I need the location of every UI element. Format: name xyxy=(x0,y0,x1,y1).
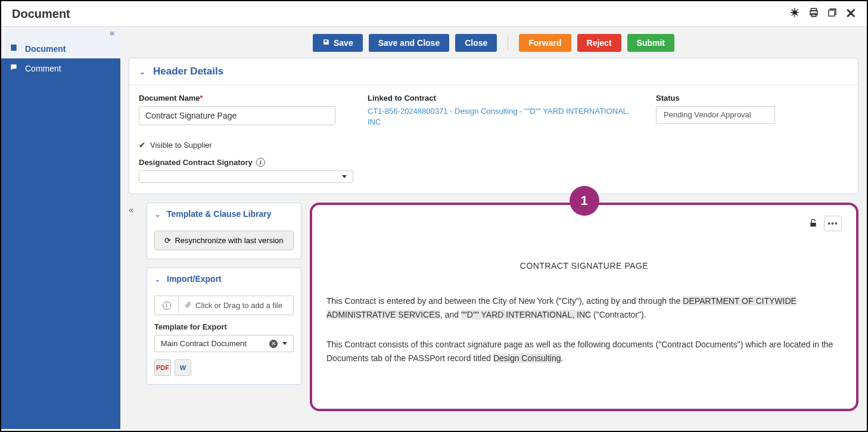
import-export-toggle[interactable]: ⌄ Import/Export xyxy=(147,268,301,290)
action-bar: Save Save and Close Close Forward Reject… xyxy=(120,27,867,58)
forward-button[interactable]: Forward xyxy=(519,34,571,52)
svg-rect-12 xyxy=(829,10,835,16)
export-word-button[interactable]: W xyxy=(175,359,191,376)
clear-icon[interactable]: ✕ xyxy=(269,340,278,348)
chevron-down-icon: ⌄ xyxy=(139,67,146,76)
info-icon: i xyxy=(155,296,179,315)
save-and-close-button[interactable]: Save and Close xyxy=(369,34,450,52)
status-label: Status xyxy=(656,94,787,102)
template-library-panel: ⌄ Template & Clause Library ⟳ Resynchron… xyxy=(147,203,301,259)
panel-title: Header Details xyxy=(153,66,223,77)
separator xyxy=(508,36,508,50)
sidebar-item-comment[interactable]: Comment xyxy=(1,58,120,78)
sidebar-item-label: Comment xyxy=(25,64,61,73)
document-paragraph-2: This Contract consists of this contract … xyxy=(326,338,842,365)
info-icon[interactable]: i xyxy=(256,158,265,167)
more-options-button[interactable]: ••• xyxy=(824,216,842,231)
bug-icon[interactable] xyxy=(789,7,800,21)
document-title: CONTRACT SIGNATURE PAGE xyxy=(326,261,842,271)
designated-signatory-dropdown[interactable] xyxy=(139,170,353,183)
submit-button[interactable]: Submit xyxy=(627,34,674,52)
designated-signatory-label: Designated Contract Signatory i xyxy=(139,158,848,167)
doc-name-label: Document Name* xyxy=(139,94,353,102)
svg-point-0 xyxy=(792,10,797,15)
sidebar-collapse[interactable]: « xyxy=(1,27,120,39)
svg-line-8 xyxy=(797,9,798,10)
unlock-icon[interactable] xyxy=(808,219,818,228)
paperclip-icon xyxy=(185,301,192,310)
document-paragraph-1: This Contract is entered by and between … xyxy=(326,294,842,321)
save-button[interactable]: Save xyxy=(313,34,363,52)
content-area: Save Save and Close Close Forward Reject… xyxy=(120,27,867,429)
maximize-icon[interactable] xyxy=(827,8,837,20)
word-icon: W xyxy=(180,364,186,371)
export-pdf-button[interactable]: PDF xyxy=(154,359,171,376)
doc-name-input[interactable] xyxy=(139,106,335,125)
svg-line-5 xyxy=(792,9,793,10)
template-export-dropdown[interactable]: Main Contract Document ✕ xyxy=(154,335,294,352)
refresh-icon: ⟳ xyxy=(164,236,171,245)
chevron-down-icon xyxy=(282,342,287,345)
template-library-toggle[interactable]: ⌄ Template & Clause Library xyxy=(147,203,301,225)
status-value: Pending Vendor Approval xyxy=(656,106,775,124)
import-export-panel: ⌄ Import/Export i Click or Drag to xyxy=(147,268,301,385)
page-title: Document xyxy=(12,7,70,21)
linked-contract-label: Linked to Contract xyxy=(368,94,642,102)
left-column-collapse[interactable]: « xyxy=(129,203,138,411)
file-dropzone[interactable]: i Click or Drag to add a file xyxy=(154,296,294,315)
topbar: Document ✕ xyxy=(1,1,867,27)
pdf-icon: PDF xyxy=(156,364,169,371)
resynchronize-button[interactable]: ⟳ Resynchronize with last version xyxy=(154,231,294,250)
save-icon xyxy=(322,38,330,48)
header-details-toggle[interactable]: ⌄ Header Details xyxy=(129,58,858,85)
close-button[interactable]: Close xyxy=(455,34,497,52)
close-icon[interactable]: ✕ xyxy=(845,6,856,21)
sidebar-item-label: Document xyxy=(25,44,66,54)
document-icon xyxy=(10,43,19,54)
annotation-badge-1: 1 xyxy=(570,186,599,216)
visible-to-supplier-checkbox[interactable]: ✔ Visible to Supplier xyxy=(139,141,848,150)
reject-button[interactable]: Reject xyxy=(577,34,621,52)
linked-contract-link[interactable]: CT1-856-20248800371 - Design Consulting … xyxy=(368,106,630,128)
svg-rect-13 xyxy=(11,45,16,51)
topbar-icons: ✕ xyxy=(789,6,856,21)
comment-icon xyxy=(10,63,19,73)
chevron-down-icon: ⌄ xyxy=(154,275,161,284)
document-preview: ••• CONTRACT SIGNATURE PAGE This Contrac… xyxy=(310,203,858,411)
svg-line-6 xyxy=(797,14,798,15)
template-export-label: Template for Export xyxy=(154,322,294,331)
sidebar: « Document Comment xyxy=(1,27,120,429)
document-preview-wrapper: 1 ••• CONTRACT SIGNATURE PAGE This Contr… xyxy=(310,203,858,411)
print-icon[interactable] xyxy=(808,7,819,21)
header-details-panel: ⌄ Header Details Document Name* Linked t… xyxy=(129,58,858,194)
check-icon: ✔ xyxy=(139,141,145,150)
svg-rect-14 xyxy=(810,223,816,227)
chevron-down-icon: ⌄ xyxy=(154,210,161,219)
chevron-down-icon xyxy=(342,175,347,178)
sidebar-item-document[interactable]: Document xyxy=(1,39,120,58)
svg-line-7 xyxy=(792,14,793,15)
